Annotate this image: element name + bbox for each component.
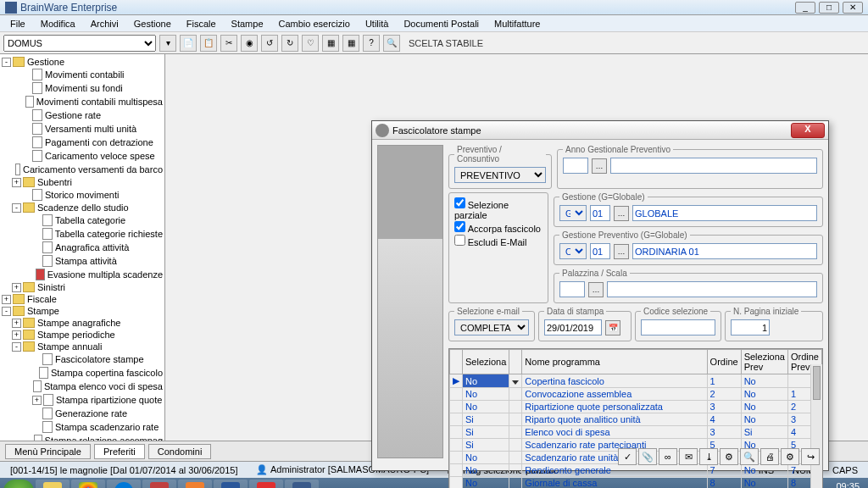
grid-row[interactable]: NoGiornale di cassa8No8	[450, 477, 822, 489]
tree-item[interactable]: Stampe annuali	[37, 341, 102, 352]
tree-item[interactable]: Generazione rate	[55, 408, 127, 419]
tree-item[interactable]: Stampa elenco voci di spesa	[44, 381, 163, 391]
dlg-link-button[interactable]: ∞	[659, 448, 677, 465]
toolbar-dropdown-icon[interactable]: ▾	[159, 35, 176, 52]
pal-lookup-button[interactable]: …	[588, 282, 604, 297]
tree-fiscale[interactable]: Fiscale	[27, 294, 57, 304]
dlg-preview-button[interactable]: 🔍	[740, 448, 759, 465]
toolbar-btn-6[interactable]: ↻	[281, 35, 298, 52]
tree-item[interactable]: Caricamento veloce spese	[45, 151, 155, 161]
escludi-checkbox[interactable]: Escludi E-Mail	[454, 235, 542, 247]
sel-email-select[interactable]: COMPLETA	[454, 319, 529, 336]
menu-gestione[interactable]: Gestione	[127, 17, 178, 30]
tree-item[interactable]: Stampa attività	[55, 256, 117, 266]
dlg-check-button[interactable]: ✓	[618, 448, 637, 465]
tree-expander[interactable]: -	[12, 342, 21, 352]
start-button[interactable]	[3, 480, 34, 488]
tree-item[interactable]: Stampa relazione accompag	[45, 435, 163, 441]
tree-expander[interactable]: -	[2, 307, 11, 316]
grid-row[interactable]: NoRendiconto generale7No7	[450, 464, 822, 477]
tree-item[interactable]: Stampe anagrafiche	[37, 318, 120, 328]
menu-archivi[interactable]: Archivi	[84, 17, 125, 30]
anno-lookup-button[interactable]: …	[592, 158, 607, 174]
tree-storico[interactable]: Storico movimenti	[45, 190, 119, 200]
toolbar-btn-10[interactable]: ?	[363, 35, 380, 52]
calendar-button[interactable]: 📅	[605, 320, 620, 336]
taskbar-outlook[interactable]	[178, 480, 212, 488]
menu-utilità[interactable]: Utilità	[359, 17, 396, 30]
preventivo-select[interactable]: PREVENTIVO	[454, 167, 546, 183]
tab-menu[interactable]: Menù Principale	[5, 444, 91, 459]
toolbar-btn-8[interactable]: ▦	[322, 35, 339, 52]
menu-modifica[interactable]: Modifica	[34, 17, 82, 30]
tree-sinistri[interactable]: Sinistri	[37, 282, 65, 292]
pal-input[interactable]	[559, 281, 585, 297]
gestp-name-input[interactable]	[632, 243, 817, 259]
maximize-button[interactable]: □	[819, 2, 839, 14]
tree-item[interactable]: Stampa ripartizione quote	[56, 395, 162, 405]
grid-row[interactable]: SiRiparto quote analitico unità4No3	[450, 413, 822, 426]
tab-preferiti[interactable]: Preferiti	[94, 444, 145, 459]
tree-item[interactable]: Tabella categorie	[55, 215, 125, 225]
tree-item[interactable]: Tabella categorie richieste	[55, 229, 163, 239]
tree-item[interactable]: Stampa scadenzario rate	[55, 422, 159, 432]
toolbar-btn-7[interactable]: ♡	[302, 35, 319, 52]
tree-item[interactable]: Gestione rate	[45, 110, 101, 120]
tree-expander[interactable]: +	[12, 178, 21, 187]
menu-multifatture[interactable]: Multifatture	[487, 17, 547, 30]
menu-file[interactable]: File	[3, 17, 32, 30]
tree-expander[interactable]: +	[2, 295, 11, 304]
toolbar-btn-2[interactable]: 📋	[200, 35, 217, 52]
tree-item[interactable]: Fascicolatore stampe	[55, 354, 144, 364]
gest-g-select[interactable]: G	[559, 205, 587, 221]
grid-row[interactable]: NoConvocazione assemblea2No1	[450, 388, 822, 401]
toolbar-btn-4[interactable]: ◉	[241, 35, 258, 52]
gestp-num-input[interactable]	[590, 243, 610, 259]
grid-row[interactable]: NoRipartizione quote personalizzata3No2	[450, 401, 822, 413]
tree-expander[interactable]: +	[12, 319, 21, 328]
tree-item[interactable]: Stampe periodiche	[37, 330, 115, 340]
accorpa-checkbox[interactable]: Accorpa fascicolo	[454, 221, 542, 234]
tree-scadenze[interactable]: Scadenze dello studio	[37, 202, 129, 213]
close-button[interactable]: ✕	[843, 2, 863, 14]
dlg-print-button[interactable]: 🖨	[760, 448, 779, 465]
tree-subentri[interactable]: Subentri	[37, 177, 72, 187]
tree-expander[interactable]: -	[2, 58, 11, 67]
sel-parziale-checkbox[interactable]: Selezione parziale	[454, 197, 542, 220]
dlg-exit-button[interactable]: ↪	[801, 448, 820, 465]
gestp-g-select[interactable]: O	[559, 243, 587, 259]
gestp-lookup-button[interactable]: …	[614, 244, 629, 259]
grid-row[interactable]: ▶NoCopertina fascicolo1No	[450, 374, 822, 388]
dlg-mail-button[interactable]: ✉	[679, 448, 698, 465]
tree-expander[interactable]: -	[12, 203, 21, 213]
taskbar-explorer[interactable]	[36, 480, 70, 488]
tree-expander[interactable]: +	[32, 396, 42, 405]
tree-stampe[interactable]: Stampe	[27, 306, 59, 316]
tree-item[interactable]: Pagamenti con detrazione	[45, 137, 153, 147]
anno-desc-input[interactable]	[610, 158, 817, 174]
toolbar-search-icon[interactable]: 🔍	[383, 35, 400, 52]
toolbar-btn-5[interactable]: ↺	[261, 35, 278, 52]
gest-num-input[interactable]	[590, 205, 610, 221]
toolbar-btn-9[interactable]: ▦	[342, 35, 359, 52]
dialog-close-button[interactable]: X	[791, 123, 825, 138]
grid-row[interactable]: SiElenco voci di spesa3Si4	[450, 426, 822, 439]
tree-expander[interactable]: +	[12, 283, 21, 292]
tree-item[interactable]: Movimenti contabili multispesa	[36, 97, 163, 107]
taskbar-app1[interactable]	[142, 480, 176, 488]
tree-item[interactable]: Caricamento versamenti da barco	[23, 164, 163, 175]
menu-stampe[interactable]: Stampe	[225, 17, 270, 30]
tree-gestione[interactable]: Gestione	[27, 57, 64, 67]
dlg-attach-button[interactable]: 📎	[638, 448, 657, 465]
pal-desc-input[interactable]	[607, 281, 817, 297]
taskbar-app2[interactable]	[249, 480, 283, 488]
dlg-export-button[interactable]: ⤓	[699, 448, 718, 465]
minimize-button[interactable]: _	[795, 2, 815, 14]
menu-documenti-postali[interactable]: Documenti Postali	[397, 17, 486, 30]
gest-lookup-button[interactable]: …	[614, 206, 629, 221]
pagina-init-input[interactable]	[731, 319, 770, 336]
tree-item[interactable]: Movimenti contabili	[45, 69, 125, 80]
menu-fiscale[interactable]: Fiscale	[180, 17, 223, 30]
codice-sel-input[interactable]	[641, 319, 715, 336]
taskbar-chrome[interactable]	[71, 480, 105, 488]
